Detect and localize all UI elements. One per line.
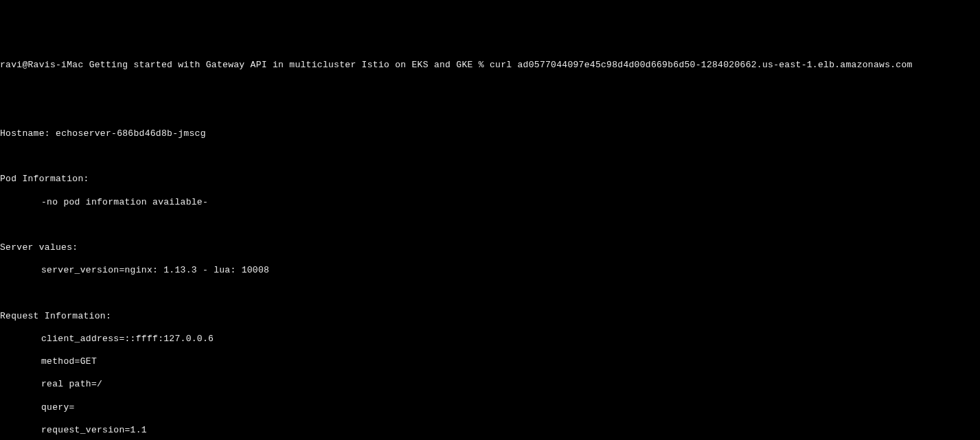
pod-info-value: -no pod information available- bbox=[0, 197, 980, 209]
pod-info-header: Pod Information: bbox=[0, 174, 980, 185]
server-values-value: server_version=nginx: 1.13.3 - lua: 1000… bbox=[0, 265, 980, 277]
server-values-header: Server values: bbox=[0, 242, 980, 254]
hostname-line: Hostname: echoserver-686bd46d8b-jmscg bbox=[0, 128, 980, 140]
command-text: curl ad0577044097e45c98d4d00d669b6d50-12… bbox=[490, 60, 913, 70]
prompt-symbol: % bbox=[479, 60, 484, 70]
method-line: method=GET bbox=[0, 356, 980, 368]
blank-line bbox=[0, 288, 980, 300]
hostname-value: echoserver-686bd46d8b-jmscg bbox=[56, 128, 206, 139]
blank-line bbox=[0, 82, 980, 94]
real-path-line: real path=/ bbox=[0, 379, 980, 391]
blank-line bbox=[0, 106, 980, 117]
request-version-line: request_version=1.1 bbox=[0, 425, 980, 437]
prompt-user-host: ravi@Ravis-iMac bbox=[0, 60, 84, 70]
request-info-header: Request Information: bbox=[0, 311, 980, 323]
terminal-window[interactable]: ravi@Ravis-iMac Getting started with Gat… bbox=[0, 49, 980, 441]
hostname-label: Hostname: bbox=[0, 128, 50, 139]
blank-line bbox=[0, 151, 980, 163]
command-prompt-line: ravi@Ravis-iMac Getting started with Gat… bbox=[0, 60, 980, 71]
prompt-cwd: Getting started with Gateway API in mult… bbox=[89, 60, 473, 70]
blank-line bbox=[0, 220, 980, 231]
client-address-line: client_address=::ffff:127.0.0.6 bbox=[0, 334, 980, 345]
query-line: query= bbox=[0, 402, 980, 414]
